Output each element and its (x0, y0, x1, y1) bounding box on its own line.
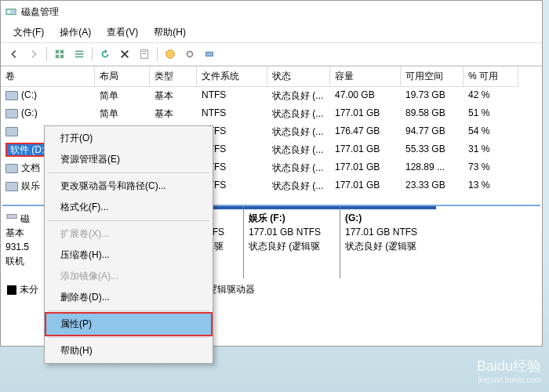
svg-rect-5 (60, 55, 64, 58)
table-row[interactable]: (G:)简单基本NTFS状态良好 (...177.01 GB89.58 GB51… (1, 105, 542, 123)
app-icon (5, 6, 16, 17)
menu-item[interactable]: 属性(P) (46, 314, 211, 335)
col-type[interactable]: 类型 (150, 67, 197, 87)
window-title: 磁盘管理 (21, 5, 59, 19)
properties-icon[interactable] (136, 45, 153, 63)
menu-item[interactable]: 帮助(H) (46, 340, 211, 361)
col-volume[interactable]: 卷 (1, 67, 95, 87)
svg-rect-10 (142, 52, 146, 53)
svg-rect-4 (56, 55, 59, 58)
forward-icon[interactable] (25, 45, 42, 63)
svg-rect-8 (75, 56, 84, 58)
svg-rect-1 (8, 10, 11, 13)
svg-rect-6 (75, 51, 84, 53)
grid-header: 卷 布局 类型 文件系统 状态 容量 可用空间 % 可用 (1, 67, 542, 87)
help-icon[interactable] (162, 45, 179, 63)
menubar[interactable]: 文件(F) 操作(A) 查看(V) 帮助(H) (1, 23, 542, 42)
col-layout[interactable]: 布局 (95, 67, 150, 87)
menu-view[interactable]: 查看(V) (100, 24, 144, 41)
menu-item: 扩展卷(X)... (46, 223, 211, 245)
menu-item[interactable]: 格式化(F)... (46, 197, 211, 218)
disk-label[interactable]: 磁 基本 931.5 联机 (2, 206, 50, 278)
titlebar: 磁盘管理 (1, 1, 542, 23)
partition[interactable]: 娱乐 (F:)177.01 GB NTFS状态良好 (逻辑驱 (243, 206, 340, 278)
back-icon[interactable] (5, 45, 23, 63)
svg-rect-11 (142, 53, 146, 54)
menu-item: 添加镜像(A)... (46, 266, 211, 287)
disk-icon (5, 211, 18, 222)
menu-item[interactable]: 删除卷(D)... (46, 287, 211, 308)
svg-rect-7 (75, 53, 84, 55)
watermark: Baidu经验 jingyan.baidu.com (477, 357, 541, 384)
legend-unalloc-swatch (7, 285, 16, 295)
svg-rect-2 (56, 50, 59, 53)
svg-point-13 (187, 52, 193, 57)
menu-action[interactable]: 操作(A) (53, 24, 97, 41)
col-free[interactable]: 可用空间 (401, 67, 464, 87)
col-capacity[interactable]: 容量 (330, 67, 401, 87)
view-icon[interactable] (51, 45, 68, 63)
list-icon[interactable] (71, 45, 88, 63)
table-row[interactable]: (C:)简单基本NTFS状态良好 (...47.00 GB19.73 GB42 … (1, 87, 542, 105)
refresh-icon[interactable] (96, 45, 114, 63)
svg-rect-3 (60, 50, 64, 53)
menu-item[interactable]: 压缩卷(H)... (46, 245, 211, 266)
col-status[interactable]: 状态 (267, 67, 330, 87)
menu-item[interactable]: 更改驱动器号和路径(C)... (46, 176, 211, 197)
menu-item[interactable]: 资源管理器(E) (46, 149, 211, 170)
menu-file[interactable]: 文件(F) (7, 24, 50, 41)
partition[interactable]: (G:)177.01 GB NTFS状态良好 (逻辑驱 (340, 206, 436, 278)
delete-icon[interactable] (116, 45, 133, 63)
svg-rect-15 (7, 214, 16, 218)
menu-help[interactable]: 帮助(H) (147, 24, 192, 41)
svg-rect-14 (206, 52, 213, 56)
menu-item[interactable]: 打开(O) (46, 128, 211, 149)
context-menu[interactable]: 打开(O)资源管理器(E)更改驱动器号和路径(C)...格式化(F)...扩展卷… (44, 125, 213, 364)
extra-icon[interactable] (201, 45, 218, 63)
settings-icon[interactable] (181, 45, 198, 63)
svg-point-12 (166, 50, 175, 59)
col-pct[interactable]: % 可用 (464, 67, 518, 87)
col-fs[interactable]: 文件系统 (197, 67, 267, 87)
toolbar (1, 42, 542, 66)
